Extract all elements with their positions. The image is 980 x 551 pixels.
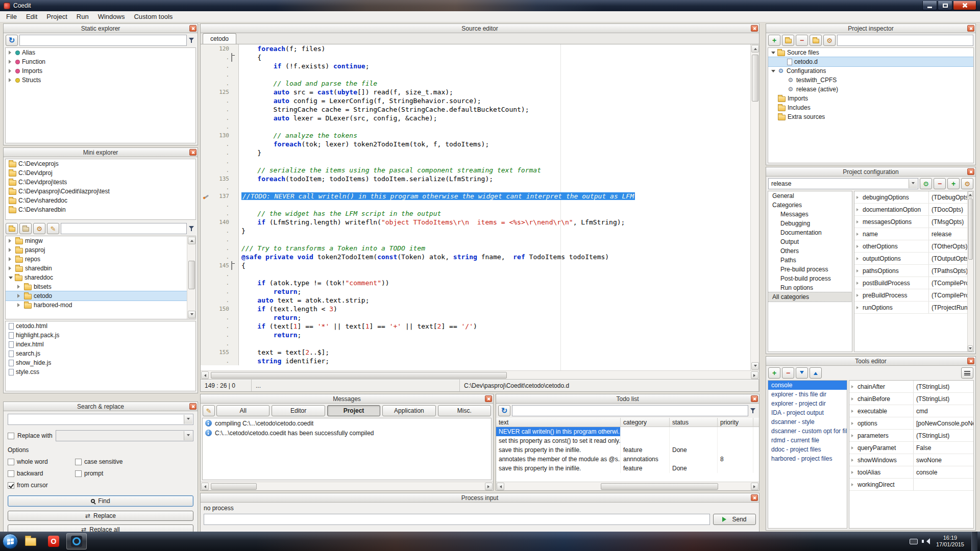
- favorite-path-item[interactable]: C:\Dev\pasproj\Coedit\lazproj\test: [6, 187, 195, 196]
- tool-item[interactable]: IDA - project output: [768, 408, 847, 417]
- taskbar-opera-icon[interactable]: [43, 533, 64, 549]
- editor-line[interactable]: .: [201, 270, 759, 279]
- property-row[interactable]: runOptions(TProjectRunO: [854, 302, 967, 314]
- folder-tree-item[interactable]: bitsets: [6, 282, 195, 291]
- tool-property-row[interactable]: workingDirect: [849, 479, 973, 491]
- inspector-filter-input[interactable]: [837, 35, 973, 46]
- property-row[interactable]: outputOptions(TOutputOpts): [854, 253, 967, 265]
- todo-horizontal-scrollbar[interactable]: [496, 482, 759, 490]
- start-button[interactable]: [3, 534, 18, 549]
- config-category[interactable]: All categories: [768, 292, 852, 302]
- editor-line[interactable]: . return;: [201, 287, 759, 296]
- scroll-up-button[interactable]: [751, 45, 759, 53]
- scroll-left-button[interactable]: [201, 371, 209, 379]
- favorite-path-item[interactable]: C:\Dev\ceprojs: [6, 159, 195, 168]
- todo-column-category[interactable]: category: [621, 418, 670, 427]
- config-category[interactable]: Documentation: [768, 228, 852, 237]
- todo-row[interactable]: save this property in the inifile.featur…: [496, 464, 759, 473]
- todo-filter-input[interactable]: [512, 405, 748, 416]
- expand-icon[interactable]: [9, 277, 13, 281]
- fold-collapse-icon[interactable]: [231, 261, 232, 270]
- tool-item[interactable]: console: [768, 381, 847, 390]
- config-category[interactable]: Categories: [768, 201, 852, 210]
- editor-line[interactable]: .: [201, 122, 759, 131]
- add-tool-button[interactable]: [768, 367, 780, 379]
- config-category[interactable]: Output: [768, 237, 852, 246]
- expand-icon[interactable]: [851, 459, 855, 462]
- search-term-combo[interactable]: [8, 414, 193, 425]
- tools-button[interactable]: [823, 35, 836, 46]
- inspector-item[interactable]: testwith_CPFS: [768, 76, 973, 85]
- expand-icon[interactable]: [9, 257, 13, 261]
- inspector-item[interactable]: Imports: [768, 94, 973, 103]
- editor-line[interactable]: .: [201, 339, 759, 348]
- move-tool-up-button[interactable]: [810, 367, 822, 379]
- expand-icon[interactable]: [856, 220, 860, 223]
- static-explorer-item[interactable]: Imports: [6, 66, 195, 76]
- process-input-field[interactable]: [204, 514, 710, 525]
- clear-messages-button[interactable]: [203, 405, 215, 416]
- property-row[interactable]: namerelease: [854, 228, 967, 240]
- expand-icon[interactable]: [851, 385, 855, 388]
- editor-line[interactable]: 125 auto src = cast(ubyte[]) read(f, siz…: [201, 88, 759, 96]
- static-explorer-item[interactable]: Structs: [6, 76, 195, 85]
- expand-icon[interactable]: [851, 410, 855, 413]
- folder-tree-item[interactable]: shareddoc: [6, 273, 195, 282]
- checkbox[interactable]: [8, 482, 14, 489]
- remove-tool-button[interactable]: [782, 367, 794, 379]
- scroll-right-button[interactable]: [751, 483, 758, 490]
- expand-icon[interactable]: [9, 60, 13, 64]
- folder-tree-item[interactable]: repos: [6, 255, 195, 264]
- editor-line[interactable]: 150 if (text.length < 3): [201, 305, 759, 313]
- dropdown-icon[interactable]: [184, 431, 192, 440]
- editor-line[interactable]: . auto lexer = DLexer(src, config, &cach…: [201, 114, 759, 122]
- add-config-button[interactable]: [947, 178, 960, 189]
- close-panel-icon[interactable]: [967, 168, 974, 175]
- close-panel-icon[interactable]: [189, 25, 197, 32]
- expand-icon[interactable]: [856, 282, 860, 285]
- editor-line[interactable]: . StringCache cache = StringCache(String…: [201, 105, 759, 114]
- property-row[interactable]: messagesOptions(TMsgOpts): [854, 216, 967, 228]
- filter-icon[interactable]: [750, 408, 757, 414]
- expand-icon[interactable]: [851, 471, 855, 474]
- close-button[interactable]: [953, 1, 976, 10]
- property-row[interactable]: postBuildProcess(TCompileProc: [854, 277, 967, 289]
- tool-item[interactable]: dscanner - style: [768, 417, 847, 427]
- minimize-button[interactable]: [922, 1, 937, 10]
- property-row[interactable]: pathsOptions(TPathsOpts): [854, 265, 967, 277]
- refresh-todos-button[interactable]: [498, 405, 510, 416]
- expand-icon[interactable]: [9, 239, 13, 243]
- menu-windows[interactable]: Windows: [93, 12, 130, 21]
- close-panel-icon[interactable]: [751, 395, 758, 402]
- config-tools-button[interactable]: [961, 178, 973, 189]
- option-prompt[interactable]: prompt: [75, 470, 193, 477]
- expand-icon[interactable]: [851, 397, 855, 400]
- expand-icon[interactable]: [856, 245, 860, 248]
- expand-icon[interactable]: [851, 446, 855, 449]
- close-panel-icon[interactable]: [189, 403, 197, 410]
- edit-button[interactable]: [47, 223, 59, 234]
- replace-with-checkbox[interactable]: [8, 433, 14, 439]
- tool-item[interactable]: harbored - project files: [768, 454, 847, 463]
- close-panel-icon[interactable]: [751, 494, 758, 501]
- editor-line[interactable]: .: [201, 183, 759, 192]
- dropdown-icon[interactable]: [184, 415, 192, 424]
- maximize-button[interactable]: [938, 1, 952, 10]
- add-config-button[interactable]: [810, 35, 822, 46]
- tool-property-row[interactable]: options[poNewConsole,poNew: [849, 417, 973, 430]
- editor-line[interactable]: .: [201, 235, 759, 244]
- add-folder-button[interactable]: [782, 35, 794, 46]
- close-panel-icon[interactable]: [967, 25, 974, 32]
- expand-icon[interactable]: [9, 266, 13, 270]
- refresh-button[interactable]: [6, 35, 18, 46]
- property-row[interactable]: documentationOption(TDocOpts): [854, 204, 967, 216]
- send-button[interactable]: Send: [713, 514, 756, 525]
- editor-line[interactable]: .}: [201, 227, 759, 235]
- editor-line[interactable]: 137//TODO: NEVER call writeln() in this …: [201, 192, 759, 201]
- fold-collapse-icon[interactable]: [231, 53, 232, 62]
- expand-icon[interactable]: [9, 78, 13, 82]
- option-whole-word[interactable]: whole word: [8, 458, 75, 465]
- scroll-up-button[interactable]: [968, 191, 973, 197]
- option-from-cursor[interactable]: from cursor: [8, 482, 75, 489]
- config-category[interactable]: Run options: [768, 283, 852, 292]
